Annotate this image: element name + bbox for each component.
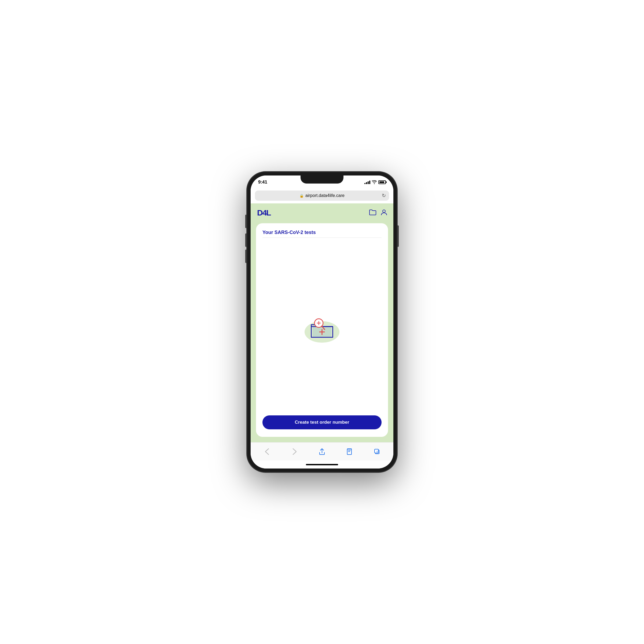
user-icon[interactable] (381, 209, 387, 217)
back-button[interactable] (261, 446, 273, 458)
url-text: airport.data4life.care (305, 193, 345, 198)
svg-point-0 (383, 210, 385, 213)
card-divider (262, 237, 382, 238)
browser-bottom-nav: 1 (251, 442, 393, 460)
svg-text:1: 1 (376, 450, 378, 453)
phone-shell: 9:41 (247, 172, 397, 472)
share-button[interactable] (316, 446, 328, 458)
app-header: D4L (251, 203, 393, 221)
browser-bar: 🔒 airport.data4life.care ↻ (251, 189, 393, 203)
lock-icon: 🔒 (299, 194, 304, 198)
card-title: Your SARS-CoV-2 tests (262, 230, 316, 235)
refresh-button[interactable]: ↻ (382, 193, 386, 199)
status-icons (364, 180, 386, 184)
illustration (301, 246, 343, 407)
status-bar: 9:41 (251, 175, 393, 189)
home-bar (306, 464, 338, 465)
status-time: 9:41 (258, 180, 267, 185)
url-bar[interactable]: 🔒 airport.data4life.care ↻ (255, 191, 389, 201)
app-logo: D4L (257, 208, 271, 217)
notch (301, 175, 343, 184)
tabs-button[interactable]: 1 (371, 446, 383, 458)
scene: 9:41 (0, 0, 644, 644)
bookmarks-button[interactable] (343, 446, 355, 458)
screen: 9:41 (251, 175, 393, 469)
folder-icon[interactable] (369, 209, 376, 216)
header-icons (369, 209, 387, 217)
empty-state-illustration (301, 309, 343, 344)
app-content: D4L (251, 203, 393, 442)
signal-icon (364, 180, 370, 184)
main-card: Your SARS-CoV-2 tests (256, 223, 388, 437)
battery-icon (378, 180, 386, 184)
create-test-order-button[interactable]: Create test order number (262, 415, 382, 429)
home-indicator (251, 460, 393, 469)
forward-button[interactable] (289, 446, 301, 458)
wifi-icon (372, 180, 377, 184)
